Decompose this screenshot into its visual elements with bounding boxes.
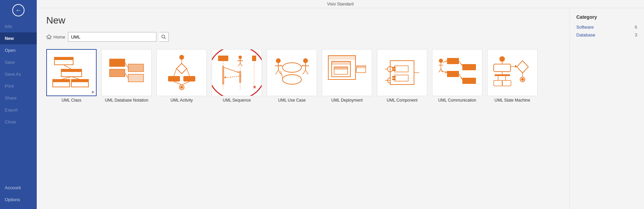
svg-line-1: [165, 38, 166, 39]
page-title: New: [46, 15, 560, 26]
svg-marker-113: [515, 65, 517, 68]
svg-line-54: [276, 70, 278, 74]
template-uml-class[interactable]: ▶ UML Class: [46, 49, 97, 103]
svg-rect-93: [447, 71, 459, 77]
sidebar-item-close[interactable]: Close: [0, 116, 37, 128]
app-title: Visio Standard: [327, 2, 354, 6]
template-thumb-uml-database-notation: [101, 49, 152, 96]
svg-point-0: [162, 35, 165, 38]
svg-line-89: [439, 69, 441, 72]
category-title: Category: [576, 14, 637, 20]
titlebar: Visio Standard: [37, 0, 644, 8]
svg-rect-9: [71, 79, 88, 82]
svg-point-23: [179, 55, 184, 60]
sidebar-item-share[interactable]: Share: [0, 92, 37, 104]
svg-marker-112: [517, 61, 528, 73]
svg-rect-17: [128, 64, 144, 72]
svg-point-103: [499, 56, 505, 62]
template-uml-use-case[interactable]: UML Use Case: [267, 49, 317, 103]
template-label-uml-activity: UML Activity: [170, 98, 193, 103]
search-button[interactable]: [159, 32, 169, 42]
category-row-software[interactable]: Software 6: [576, 23, 637, 31]
svg-line-21: [125, 63, 128, 68]
template-label-uml-use-case: UML Use Case: [278, 98, 306, 103]
sidebar: ← Info New Open Save Save As Print Share…: [0, 0, 37, 209]
category-label-software: Software: [576, 25, 594, 30]
svg-rect-106: [495, 74, 510, 76]
svg-rect-81: [392, 69, 396, 71]
search-bar: Home: [46, 32, 560, 42]
template-label-uml-class: UML Class: [62, 98, 81, 103]
sidebar-item-new[interactable]: New: [0, 32, 37, 44]
template-uml-state-machine[interactable]: UML State Machine: [487, 49, 538, 103]
svg-rect-104: [494, 64, 511, 72]
template-uml-communication[interactable]: UML Communication: [432, 49, 482, 103]
sidebar-item-account[interactable]: Account: [0, 182, 37, 194]
sidebar-item-info[interactable]: Info: [0, 20, 37, 32]
template-uml-deployment[interactable]: UML Deployment: [322, 49, 372, 103]
template-label-uml-communication: UML Communication: [438, 98, 476, 103]
svg-point-86: [439, 59, 443, 63]
right-panel: Category Software 6 Database 3: [569, 8, 644, 209]
svg-rect-110: [494, 80, 502, 86]
category-count-database: 3: [635, 32, 637, 38]
svg-line-55: [278, 70, 281, 74]
svg-line-114: [511, 66, 517, 67]
svg-marker-102: [445, 71, 447, 73]
svg-rect-83: [392, 76, 396, 78]
svg-line-46: [224, 68, 239, 73]
svg-text:✕: ✕: [253, 85, 256, 90]
template-thumb-uml-communication: [432, 49, 482, 96]
svg-marker-24: [177, 63, 187, 74]
template-uml-sequence[interactable]: ✕ UML Sequence: [212, 49, 262, 103]
sidebar-item-save-as[interactable]: Save As: [0, 68, 37, 80]
svg-rect-73: [357, 66, 366, 68]
svg-point-51: [276, 58, 281, 63]
svg-rect-79: [395, 66, 408, 72]
svg-rect-44: [222, 66, 224, 85]
svg-line-32: [174, 81, 182, 85]
sidebar-item-options[interactable]: Options: [0, 194, 37, 206]
svg-point-28: [180, 86, 183, 89]
svg-rect-3: [54, 57, 73, 60]
svg-marker-100: [461, 77, 462, 79]
template-thumb-uml-use-case: [267, 49, 317, 96]
home-breadcrumb[interactable]: Home: [46, 34, 65, 40]
template-uml-activity[interactable]: UML Activity: [156, 49, 207, 103]
expand-arrow-icon: ▶: [92, 90, 95, 94]
svg-line-60: [306, 70, 308, 74]
svg-rect-5: [61, 69, 82, 72]
svg-rect-7: [53, 79, 70, 82]
svg-line-65: [281, 71, 283, 78]
back-button[interactable]: ←: [0, 0, 37, 20]
svg-rect-26: [183, 76, 195, 81]
sidebar-item-print[interactable]: Print: [0, 80, 37, 92]
template-uml-component[interactable]: UML Component: [377, 49, 427, 103]
template-label-uml-state-machine: UML State Machine: [495, 98, 530, 103]
svg-line-90: [441, 69, 443, 72]
main-content: New Home: [37, 8, 569, 209]
svg-rect-80: [392, 67, 396, 69]
sidebar-item-open[interactable]: Open: [0, 44, 37, 56]
svg-line-39: [240, 63, 242, 66]
template-thumb-uml-activity: [156, 49, 207, 96]
template-grid: ▶ UML Class: [46, 49, 560, 103]
svg-point-116: [521, 78, 524, 81]
svg-point-56: [303, 58, 308, 63]
svg-line-59: [303, 70, 306, 74]
category-row-database[interactable]: Database 3: [576, 31, 637, 39]
sidebar-item-export[interactable]: Export: [0, 104, 37, 116]
svg-line-95: [443, 61, 447, 62]
svg-line-12: [71, 77, 80, 79]
svg-rect-45: [239, 71, 241, 83]
template-uml-database-notation[interactable]: UML Database Notation: [101, 49, 152, 103]
template-thumb-uml-component: [377, 49, 427, 96]
template-label-uml-database-notation: UML Database Notation: [105, 98, 148, 103]
template-label-uml-component: UML Component: [387, 98, 417, 103]
sidebar-item-save[interactable]: Save: [0, 56, 37, 68]
svg-point-61: [282, 63, 301, 72]
search-icon: [161, 34, 166, 39]
svg-line-22: [125, 73, 128, 78]
svg-rect-40: [252, 56, 256, 61]
search-input[interactable]: [68, 32, 156, 42]
